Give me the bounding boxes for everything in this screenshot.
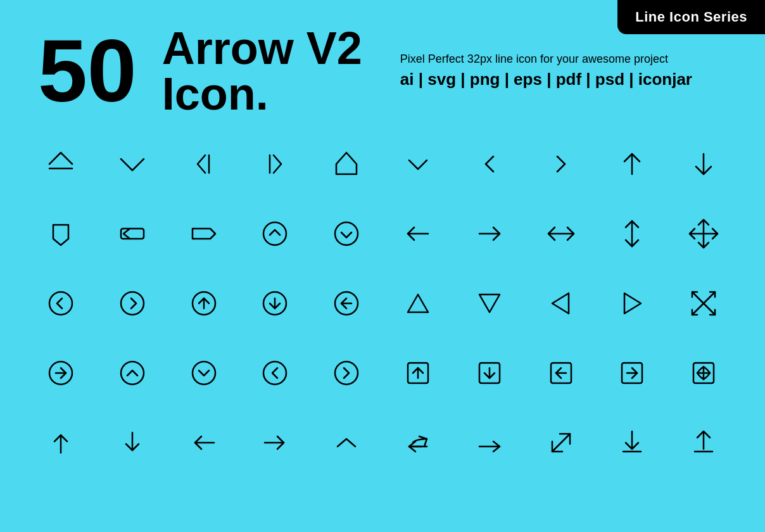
icon-arrow-up-house	[311, 129, 382, 199]
icon-arrow-left-hook	[382, 408, 453, 478]
icon-arrow-down-rounded	[97, 408, 168, 478]
icon-chevron-right-double	[526, 129, 597, 199]
svg-point-31	[335, 362, 358, 384]
icon-arrow-right-label	[168, 199, 239, 269]
icon-circle-arrow-right2	[25, 338, 96, 408]
svg-point-6	[263, 222, 286, 245]
title-line1: Arrow V2	[162, 25, 362, 71]
icon-circle-arrow-left2	[311, 269, 382, 338]
icon-circle-chevron-right	[311, 338, 382, 408]
svg-point-30	[263, 362, 286, 384]
subtitle-formats: ai | svg | png | eps | pdf | psd | iconj…	[400, 70, 692, 89]
subtitle-block: Pixel Perfect 32px line icon for your aw…	[400, 53, 692, 89]
icon-circle-arrow-up	[239, 199, 310, 269]
icon-chevron-left-double	[454, 129, 525, 199]
svg-line-24	[692, 303, 704, 315]
icon-circle-arrow-down	[311, 199, 382, 269]
subtitle-description: Pixel Perfect 32px line icon for your aw…	[400, 53, 692, 66]
svg-point-14	[49, 292, 72, 315]
icon-arrow-right-rounded	[239, 408, 310, 478]
icon-arrow-right-hook	[454, 408, 525, 478]
icon-grid	[25, 129, 740, 478]
icons-section	[0, 123, 765, 484]
icon-triangle-up	[382, 269, 453, 338]
icon-arrow-up-thin	[597, 129, 667, 199]
icon-chevron-down	[382, 129, 453, 199]
icon-arrow-left-right	[526, 199, 597, 269]
svg-line-22	[692, 292, 704, 303]
title-line2: Icon.	[162, 71, 362, 117]
icon-expand-diagonal	[526, 408, 597, 478]
icon-arrow-up-down	[597, 199, 667, 269]
icon-circle-chevron-down	[168, 338, 239, 408]
svg-point-28	[121, 362, 144, 384]
series-badge: Line Icon Series	[617, 0, 765, 34]
icon-circle-chevron-left	[239, 338, 310, 408]
svg-point-7	[335, 222, 358, 245]
icon-arrow-left	[382, 199, 453, 269]
icon-circle-arrow-left	[25, 269, 96, 338]
svg-line-49	[552, 434, 570, 452]
icon-arrow-right	[454, 199, 525, 269]
icon-arrow-left-rect	[97, 199, 168, 269]
icon-triangle-left	[526, 269, 597, 338]
icon-arrow-left-bar	[168, 129, 239, 199]
icon-triangle-down	[454, 269, 525, 338]
icon-triangle-right	[597, 269, 667, 338]
icon-arrow-left-rounded	[168, 408, 239, 478]
icon-square-move	[668, 338, 739, 408]
icon-circle-arrow-right	[97, 269, 168, 338]
icon-square-arrow-down	[454, 338, 525, 408]
icon-circle-arrow-down2	[239, 269, 310, 338]
icon-count: 50	[38, 27, 137, 115]
icon-shield-tag	[25, 199, 96, 269]
icon-chevron-up	[311, 408, 382, 478]
icon-download	[597, 408, 667, 478]
title-block: Arrow V2 Icon.	[162, 25, 362, 117]
icon-move-arrows	[668, 199, 739, 269]
icon-arrow-right-bar	[239, 129, 310, 199]
icon-circle-chevron-up	[97, 338, 168, 408]
icon-upload	[668, 408, 739, 478]
icon-arrow-down-triangle	[97, 129, 168, 199]
icon-arrow-up-rounded	[25, 408, 96, 478]
icon-arrow-down-thin	[668, 129, 739, 199]
icon-compress-arrows	[668, 269, 739, 338]
svg-line-25	[704, 303, 715, 315]
svg-point-15	[121, 292, 144, 315]
icon-square-arrow-up	[382, 338, 453, 408]
icon-square-arrow-right	[597, 338, 667, 408]
icon-circle-arrow-up2	[168, 269, 239, 338]
icon-arrow-up-eject	[25, 129, 96, 199]
svg-point-29	[193, 362, 215, 384]
icon-square-arrow-left	[526, 338, 597, 408]
badge-text: Line Icon Series	[635, 9, 747, 25]
svg-line-23	[704, 292, 715, 303]
